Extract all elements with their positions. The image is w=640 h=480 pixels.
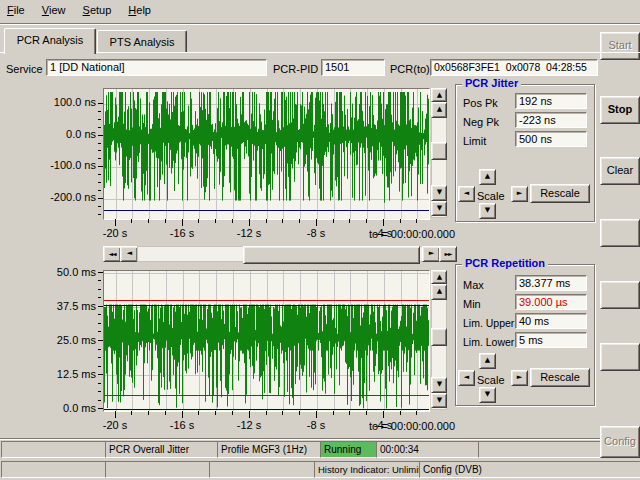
pos-pk-label: Pos Pk xyxy=(463,95,498,111)
statusbar2-cell-2 xyxy=(105,461,214,478)
scroll-up-icon[interactable]: ▲ xyxy=(431,284,447,300)
rep-ytick-25: 25.0 ms xyxy=(30,335,96,346)
jitter-horizontal-scrollbar[interactable]: ◄◄ ◄ ► ►► xyxy=(103,246,455,262)
jitter-xtick--8s: -8 s xyxy=(294,228,338,239)
status-bar-divider xyxy=(0,438,640,439)
menu-file[interactable]: File xyxy=(0,0,32,19)
scroll-right-icon[interactable]: ► xyxy=(422,246,440,262)
status-cell-empty-2 xyxy=(478,441,602,458)
status-config-mode: Config (DVB) xyxy=(419,461,640,478)
scale-right-button[interactable]: ► xyxy=(511,370,528,386)
repetition-chart xyxy=(103,270,430,412)
menu-bar: File View Setup Help xyxy=(0,0,640,24)
pcr-to-label: PCR(to) xyxy=(390,61,430,77)
jitter-xtick--20s: -20 s xyxy=(93,228,137,239)
lim-lower-label: Lim. Lower xyxy=(463,334,514,350)
repetition-vertical-scrollbar[interactable]: ▲ ▲ ▼ ▼ xyxy=(431,270,447,410)
jitter-ytick-0: 0.0 ns xyxy=(30,129,96,140)
limit-value: 500 ns xyxy=(515,131,587,147)
rep-xtick--12s: -12 s xyxy=(227,420,271,431)
tab-page-top-edge xyxy=(0,52,640,53)
rep-ytick-0: 0.0 ms xyxy=(30,403,96,414)
tab-pcr-analysis[interactable]: PCR Analysis xyxy=(4,28,96,54)
menu-help[interactable]: Help xyxy=(121,0,158,19)
pcr-repetition-panel: PCR Repetition Max 38.377 ms Min 39.000 … xyxy=(455,264,595,406)
menu-setup[interactable]: Setup xyxy=(76,0,119,19)
x-tick-marks xyxy=(116,411,417,418)
status-measurement: PCR Overall Jitter xyxy=(105,441,223,458)
signal-trace xyxy=(105,92,429,203)
pcr-jitter-panel: PCR Jitter Pos Pk 192 ns Neg Pk -223 ns … xyxy=(455,84,595,222)
jitter-x-axis-ticks xyxy=(103,219,428,227)
jitter-vertical-scrollbar[interactable]: ▲ ▲ ▼ ▼ xyxy=(431,88,447,218)
min-label: Min xyxy=(463,296,481,312)
scale-label: Scale xyxy=(477,372,505,388)
service-label: Service xyxy=(6,61,43,77)
rep-xtick--20s: -20 s xyxy=(93,420,137,431)
rescale-button[interactable]: Rescale xyxy=(530,368,590,387)
limit-label: Limit xyxy=(463,133,486,149)
blank-button-1[interactable] xyxy=(600,219,640,247)
scale-up-button[interactable]: ▲ xyxy=(479,353,496,369)
min-value: 39.000 µs xyxy=(515,294,587,310)
pcr-to-value: 0x0568F3FE1 0x0078 04:28:55 xyxy=(430,59,598,76)
scroll-home-up-icon[interactable]: ▲ xyxy=(431,270,447,284)
statusbar2-cell-3 xyxy=(209,461,319,478)
blank-button-2[interactable] xyxy=(600,281,640,309)
pcr-jitter-title: PCR Jitter xyxy=(462,77,521,89)
rep-xtick--16s: -16 s xyxy=(160,420,204,431)
tab-pts-analysis[interactable]: PTS Analysis xyxy=(97,30,187,52)
rep-ytick-50: 50.0 ms xyxy=(30,267,96,278)
scroll-end-right-icon[interactable]: ►► xyxy=(439,246,457,262)
scroll-left-icon[interactable]: ◄ xyxy=(120,246,138,262)
pos-pk-value: 192 ns xyxy=(515,93,587,109)
clear-button[interactable]: Clear xyxy=(600,157,640,185)
rep-x-end-label: to = 00:00:00.000 xyxy=(340,420,455,432)
scale-label: Scale xyxy=(477,188,505,204)
jitter-ytick-100: 100.0 ns xyxy=(30,97,96,108)
scroll-end-down-icon[interactable]: ▼ xyxy=(431,201,447,216)
status-history-indicator: History Indicator: Unlimited xyxy=(314,461,425,478)
lim-upper-label: Lim. Upper xyxy=(463,315,514,331)
lim-upper-value: 40 ms xyxy=(515,313,587,329)
jitter-ytick-n100: -100.0 ns xyxy=(30,160,96,171)
scale-up-button[interactable]: ▲ xyxy=(479,169,496,185)
scale-down-button[interactable]: ▼ xyxy=(479,387,496,403)
status-running-badge: Running xyxy=(320,441,382,458)
scroll-up-icon[interactable]: ▲ xyxy=(431,102,447,118)
rep-xtick--8s: -8 s xyxy=(294,420,338,431)
menu-view[interactable]: View xyxy=(35,0,73,19)
status-elapsed-time: 00:00:34 xyxy=(376,441,484,458)
scale-right-button[interactable]: ► xyxy=(511,186,528,202)
pcr-pid-label: PCR-PID xyxy=(273,61,318,77)
application-window: File View Setup Help PCR Analysis PTS An… xyxy=(0,0,640,480)
neg-pk-value: -223 ns xyxy=(515,112,587,128)
scroll-down-icon[interactable]: ▼ xyxy=(431,185,447,201)
scroll-thumb[interactable] xyxy=(243,246,420,264)
service-value[interactable]: 1 [DD National] xyxy=(46,59,267,76)
stop-button[interactable]: Stop xyxy=(600,96,640,124)
status-profile: Profile MGF3 (1Hz) xyxy=(217,441,326,458)
scroll-down-icon[interactable]: ▼ xyxy=(431,377,447,393)
x-tick-marks xyxy=(116,219,417,226)
blank-button-3[interactable] xyxy=(600,343,640,371)
scroll-thumb[interactable] xyxy=(431,142,447,160)
rep-ytick-12: 12.5 ms xyxy=(30,369,96,380)
jitter-x-end-label: to = 00:00:00.000 xyxy=(340,228,455,240)
scale-left-button[interactable]: ◄ xyxy=(458,370,475,386)
scroll-home-left-icon[interactable]: ◄◄ xyxy=(103,246,121,262)
rescale-button[interactable]: Rescale xyxy=(530,184,590,203)
scale-left-button[interactable]: ◄ xyxy=(458,186,475,202)
config-button[interactable]: Config xyxy=(600,426,640,458)
scroll-thumb[interactable] xyxy=(431,328,447,346)
jitter-ytick-n200: -200.0 ns xyxy=(30,192,96,203)
start-button[interactable]: Start xyxy=(600,32,640,60)
scroll-end-down-icon[interactable]: ▼ xyxy=(431,393,447,408)
pcr-repetition-title: PCR Repetition xyxy=(462,257,548,269)
jitter-xtick--16s: -16 s xyxy=(160,228,204,239)
scroll-home-up-icon[interactable]: ▲ xyxy=(431,88,447,102)
max-label: Max xyxy=(463,277,484,293)
lim-lower-value: 5 ms xyxy=(515,332,587,348)
scale-down-button[interactable]: ▼ xyxy=(479,203,496,219)
rep-ytick-37: 37.5 ms xyxy=(30,301,96,312)
